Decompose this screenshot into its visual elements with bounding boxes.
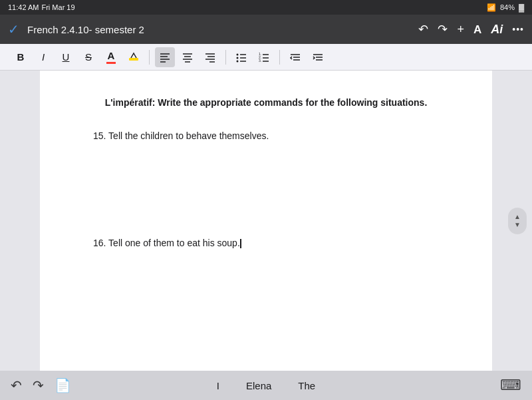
item-15-number: 15. <box>93 130 106 141</box>
battery-icon: ▓ <box>519 3 524 11</box>
scroll-up-icon: ▲ <box>514 214 521 220</box>
bullet-list-button[interactable] <box>231 47 251 67</box>
svg-point-13 <box>237 53 239 55</box>
strikethrough-button[interactable]: S <box>78 47 98 67</box>
redo-button[interactable]: ↷ <box>438 23 448 35</box>
suggestion-1[interactable]: I <box>217 380 219 391</box>
align-right-icon <box>204 52 216 63</box>
indent-icon <box>312 52 324 63</box>
document-heading: L'impératif: Write the appropriate comma… <box>93 97 439 108</box>
bottom-suggestions: I Elena The <box>217 380 315 391</box>
numbered-list-icon: 1. 2. 3. <box>258 52 270 63</box>
svg-point-17 <box>237 60 239 62</box>
highlight-icon <box>128 51 140 63</box>
bottom-redo-button[interactable]: ↷ <box>33 377 44 393</box>
ai-button[interactable]: Ai <box>491 23 503 35</box>
font-size-button[interactable]: A <box>473 24 481 35</box>
bottom-left: ↶ ↷ 📄 <box>11 377 71 393</box>
highlight-button[interactable] <box>124 47 144 67</box>
status-bar: 11:42 AM Fri Mar 19 📶 84% ▓ <box>0 0 532 15</box>
status-left: 11:42 AM Fri Mar 19 <box>8 3 75 11</box>
nav-actions: ↶ ↷ + A Ai ••• <box>418 23 524 35</box>
doc-item-15[interactable]: 15. Tell the children to behave themselv… <box>93 129 439 143</box>
align-left-button[interactable] <box>155 47 175 67</box>
time: 11:42 AM <box>8 3 39 11</box>
outdent-button[interactable] <box>285 47 305 67</box>
text-cursor <box>240 239 241 248</box>
format-bar: B I U S A <box>0 44 532 71</box>
bold-button[interactable]: B <box>11 47 31 67</box>
nav-bar: ✓ French 2.4.10- semester 2 ↶ ↷ + A Ai •… <box>0 15 532 44</box>
bottom-right: ⌨ <box>500 377 521 394</box>
bullet-list-icon <box>235 52 247 63</box>
bottom-undo-button[interactable]: ↶ <box>11 377 22 393</box>
numbered-list-button[interactable]: 1. 2. 3. <box>254 47 274 67</box>
wifi-icon: 📶 <box>487 3 496 12</box>
undo-button[interactable]: ↶ <box>418 23 428 35</box>
italic-button[interactable]: I <box>33 47 53 67</box>
separator-3 <box>279 50 280 65</box>
document-title: French 2.4.10- semester 2 <box>27 24 413 35</box>
underline-button[interactable]: U <box>56 47 76 67</box>
doc-item-16[interactable]: 16. Tell one of them to eat his soup. <box>93 236 439 250</box>
separator-1 <box>149 50 150 65</box>
document-area: L'impératif: Write the appropriate comma… <box>0 71 532 371</box>
align-center-button[interactable] <box>178 47 198 67</box>
indent-button[interactable] <box>308 47 328 67</box>
align-right-button[interactable] <box>200 47 220 67</box>
item-15-content: Tell the children to behave themselves. <box>108 130 269 141</box>
outdent-icon <box>289 52 301 63</box>
svg-rect-0 <box>129 58 138 61</box>
status-right: 📶 84% ▓ <box>487 3 524 12</box>
align-left-icon <box>159 52 171 63</box>
align-center-icon <box>182 52 194 63</box>
bottom-bar: ↶ ↷ 📄 I Elena The ⌨ <box>0 371 532 400</box>
keyboard-button[interactable]: ⌨ <box>500 377 521 394</box>
item-16-content: Tell one of them to eat his soup. <box>108 238 240 248</box>
suggestion-3[interactable]: The <box>298 380 315 391</box>
document-page[interactable]: L'impératif: Write the appropriate comma… <box>40 71 492 371</box>
bottom-doc-button[interactable]: 📄 <box>55 377 71 393</box>
add-button[interactable]: + <box>457 23 464 35</box>
separator-2 <box>225 50 226 65</box>
svg-text:3.: 3. <box>259 59 261 63</box>
font-color-button[interactable]: A <box>101 47 121 67</box>
scroll-down-icon: ▼ <box>514 222 521 228</box>
date: Fri Mar 19 <box>41 3 74 11</box>
scroll-hint[interactable]: ▲ ▼ <box>508 208 527 234</box>
svg-point-15 <box>237 57 239 59</box>
suggestion-2[interactable]: Elena <box>246 380 271 391</box>
check-button[interactable]: ✓ <box>8 21 19 37</box>
battery-percent: 84% <box>500 3 515 11</box>
font-color-icon: A <box>106 50 116 64</box>
item-16-number: 16. <box>93 238 106 248</box>
more-button[interactable]: ••• <box>512 25 524 34</box>
